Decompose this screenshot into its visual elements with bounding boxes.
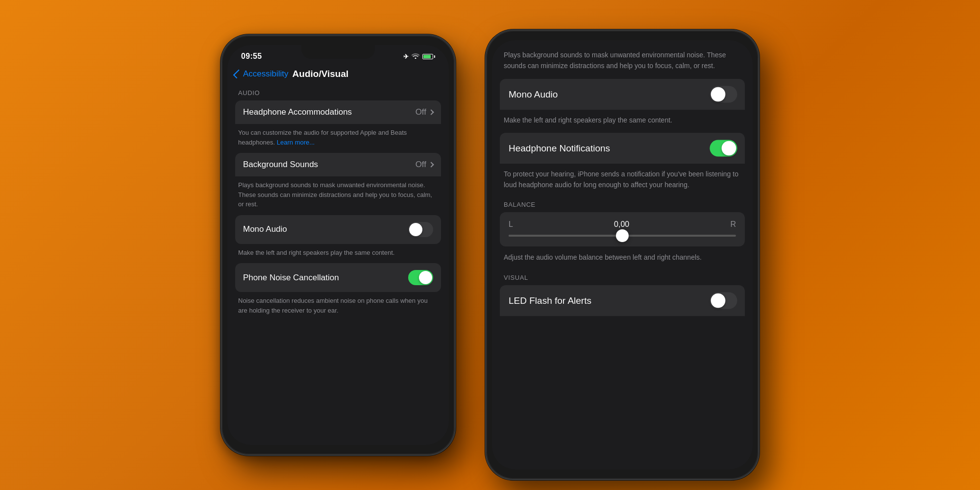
led-flash-label: LED Flash for Alerts: [509, 295, 591, 306]
p2-toggle-thumb-2: [722, 141, 736, 156]
background-sounds-label: Background Sounds: [243, 160, 318, 170]
led-flash-row[interactable]: LED Flash for Alerts: [500, 285, 745, 316]
mono-audio-row[interactable]: Mono Audio: [235, 215, 441, 244]
balance-section-label: BALANCE: [492, 197, 753, 212]
headphone-accommodations-desc: You can customize the audio for supporte…: [227, 124, 449, 153]
phone-1-frame: 09:55 ✈: [220, 34, 456, 456]
led-flash-toggle[interactable]: [710, 293, 737, 309]
phone-1-screen: 09:55 ✈: [227, 45, 449, 445]
p2-headphone-notifications-row[interactable]: Headphone Notifications: [500, 133, 745, 164]
chevron-right-icon: [428, 109, 434, 115]
status-icons: ✈: [403, 52, 435, 60]
phone-noise-cancellation-row[interactable]: Phone Noise Cancellation: [235, 263, 441, 292]
p2-mono-audio-desc: Make the left and right speakers play th…: [492, 110, 753, 133]
nav-header: Accessibility Audio/Visual: [227, 65, 449, 86]
slider-fill: [509, 235, 622, 237]
chevron-right-icon-2: [428, 162, 434, 167]
slider-thumb: [616, 229, 629, 242]
balance-left-label: L: [509, 220, 513, 229]
p2-settings-content: Plays background sounds to mask unwanted…: [492, 40, 753, 316]
wifi-icon: [412, 52, 419, 60]
toggle-thumb: [409, 223, 422, 236]
balance-description: Adjust the audio volume balance between …: [492, 247, 753, 270]
p2-mono-audio-row[interactable]: Mono Audio: [500, 79, 745, 110]
balance-container: L 0,00 R: [500, 212, 745, 246]
battery-icon: [422, 54, 435, 59]
phone-noise-toggle[interactable]: [408, 270, 433, 285]
background-sounds-row[interactable]: Background Sounds Off: [235, 153, 441, 176]
background-sounds-value: Off: [416, 160, 433, 170]
phone-1: 09:55 ✈: [220, 34, 456, 456]
power-button: [455, 143, 456, 192]
mono-audio-label: Mono Audio: [243, 224, 287, 234]
p2-toggle-thumb: [711, 87, 726, 102]
p2-mono-audio-label: Mono Audio: [509, 89, 558, 100]
back-button[interactable]: Accessibility: [235, 69, 289, 79]
led-toggle-thumb: [711, 294, 726, 308]
audio-section-label: AUDIO: [227, 86, 449, 100]
phone-2-power-button: [759, 138, 760, 187]
mute-button: [220, 114, 221, 132]
phone-2: Plays background sounds to mask unwanted…: [485, 29, 760, 480]
visual-section-label: VISUAL: [492, 270, 753, 285]
learn-more-link[interactable]: Learn more...: [277, 139, 315, 146]
phone-2-screen: Plays background sounds to mask unwanted…: [492, 40, 753, 469]
headphone-accommodations-value: Off: [416, 107, 433, 117]
p2-top-description: Plays background sounds to mask unwanted…: [492, 45, 753, 79]
nav-title: Audio/Visual: [293, 69, 349, 79]
p2-headphone-notifications-desc: To protect your hearing, iPhone sends a …: [492, 164, 753, 197]
back-label: Accessibility: [243, 69, 289, 79]
p2-headphone-notifications-toggle[interactable]: [710, 140, 737, 157]
phone-noise-label: Phone Noise Cancellation: [243, 273, 339, 283]
headphone-accommodations-label: Headphone Accommodations: [243, 107, 352, 117]
chevron-left-icon: [233, 70, 242, 78]
settings-content: AUDIO Headphone Accommodations Off You c…: [227, 86, 449, 321]
balance-value: 0,00: [614, 220, 629, 229]
status-time: 09:55: [241, 52, 262, 61]
p2-mono-audio-toggle[interactable]: [710, 86, 737, 103]
balance-slider-track[interactable]: [509, 235, 736, 237]
balance-header: L 0,00 R: [509, 220, 736, 229]
mono-audio-toggle[interactable]: [408, 222, 433, 237]
notch: [301, 45, 375, 59]
background-sounds-desc: Plays background sounds to mask unwanted…: [227, 176, 449, 215]
p2-headphone-notifications-label: Headphone Notifications: [509, 143, 610, 154]
balance-right-label: R: [730, 220, 736, 229]
volume-up-button: [220, 138, 221, 170]
phone-noise-desc: Noise cancellation reduces ambient noise…: [227, 292, 449, 321]
mono-audio-desc: Make the left and right speakers play th…: [227, 244, 449, 264]
airplane-icon: ✈: [403, 53, 409, 60]
headphone-accommodations-row[interactable]: Headphone Accommodations Off: [235, 100, 441, 124]
toggle-thumb-2: [419, 271, 432, 284]
phones-container: 09:55 ✈: [220, 10, 760, 480]
phone-2-mute-button: [485, 109, 486, 127]
volume-down-button: [220, 175, 221, 207]
phone-2-frame: Plays background sounds to mask unwanted…: [485, 29, 760, 480]
